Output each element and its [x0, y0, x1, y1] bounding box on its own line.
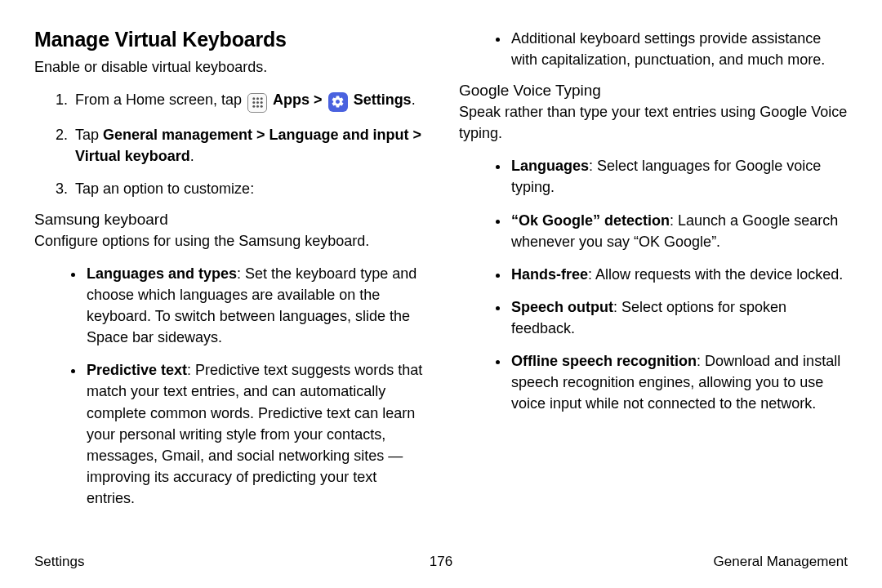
svg-point-8: [260, 105, 262, 108]
list-item: Hands-free: Allow requests with the devi…: [510, 264, 848, 285]
right-column: Additional keyboard settings provide ass…: [459, 28, 848, 520]
step-2: Tap General management > Language and in…: [72, 124, 423, 167]
bullet-text: : Predictive text suggests words that ma…: [87, 362, 422, 506]
apps-icon: [247, 93, 267, 113]
step-1: From a Home screen, tap Apps > Settings.: [72, 89, 423, 113]
google-voice-typing-desc: Speak rather than type your text entries…: [459, 101, 848, 144]
list-item: Languages: Select languages for Google v…: [510, 155, 848, 198]
step-1-sep: >: [310, 91, 327, 108]
footer-right: General Management: [714, 554, 848, 570]
step-1-settings-label: Settings: [354, 91, 412, 108]
step-1-end: .: [412, 91, 416, 108]
page-title: Manage Virtual Keyboards: [34, 28, 423, 51]
intro-text: Enable or disable virtual keyboards.: [34, 56, 423, 78]
list-item: “Ok Google” detection: Launch a Google s…: [510, 210, 848, 252]
samsung-bullets: Languages and types: Set the keyboard ty…: [34, 263, 423, 509]
samsung-keyboard-heading: Samsung keyboard: [34, 211, 423, 229]
bullet-label: Languages and types: [87, 265, 237, 282]
svg-point-0: [252, 97, 255, 100]
list-item: Predictive text: Predictive text suggest…: [85, 359, 423, 509]
bullet-text: : Allow requests with the device locked.: [588, 266, 843, 283]
svg-point-6: [252, 105, 255, 108]
step-1-apps-label: Apps: [273, 91, 310, 108]
step-2-prefix: Tap: [75, 127, 103, 143]
bullet-label: Predictive text: [87, 362, 187, 378]
step-2-path: General management > Language and input …: [75, 127, 421, 164]
step-1-prefix: From a Home screen, tap: [75, 91, 246, 108]
bullet-label: Speech output: [511, 299, 613, 315]
svg-point-2: [260, 97, 262, 100]
footer-page-number: 176: [430, 554, 452, 570]
list-item: Additional keyboard settings provide ass…: [510, 28, 848, 70]
steps-list: From a Home screen, tap Apps > Settings.…: [34, 89, 423, 199]
google-voice-typing-heading: Google Voice Typing: [459, 82, 848, 100]
bullet-label: Hands-free: [511, 266, 588, 283]
samsung-bullets-cont: Additional keyboard settings provide ass…: [459, 28, 848, 70]
samsung-keyboard-desc: Configure options for using the Samsung …: [34, 230, 423, 252]
bullet-label: Languages: [511, 158, 589, 174]
left-column: Manage Virtual Keyboards Enable or disab…: [34, 28, 423, 520]
bullet-text: Additional keyboard settings provide ass…: [511, 30, 825, 68]
content-columns: Manage Virtual Keyboards Enable or disab…: [34, 28, 848, 520]
svg-point-5: [260, 101, 262, 104]
step-2-end: .: [190, 148, 194, 164]
page-footer: Settings 176 General Management: [34, 554, 848, 570]
footer-left: Settings: [34, 554, 84, 570]
svg-point-7: [256, 105, 259, 108]
list-item: Languages and types: Set the keyboard ty…: [85, 263, 423, 348]
list-item: Speech output: Select options for spoken…: [510, 296, 848, 339]
list-item: Offline speech recognition: Download and…: [510, 350, 848, 414]
bullet-label: Offline speech recognition: [511, 353, 697, 369]
gvt-bullets: Languages: Select languages for Google v…: [459, 155, 848, 414]
svg-point-3: [252, 101, 255, 104]
svg-point-1: [256, 97, 259, 100]
gear-icon: [328, 92, 348, 112]
svg-point-4: [256, 101, 259, 104]
step-3: Tap an option to customize:: [72, 178, 423, 199]
bullet-label: “Ok Google” detection: [511, 212, 670, 229]
